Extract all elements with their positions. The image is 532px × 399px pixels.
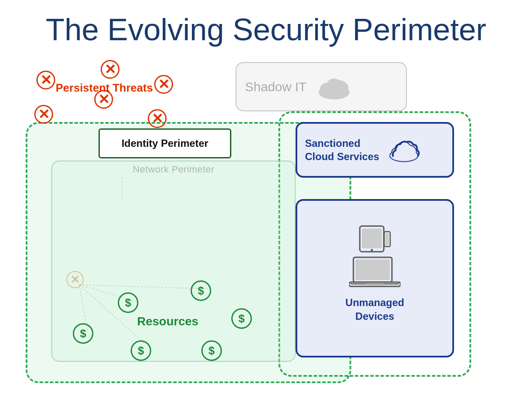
diagram-area: Network Perimeter Identity Perimeter Sha… <box>13 58 519 390</box>
shadow-it-label: Shadow IT <box>245 80 306 94</box>
resource-icon-4: $ <box>73 323 93 344</box>
cloud-gray-icon <box>315 73 353 101</box>
sanctioned-cloud-box: SanctionedCloud Services <box>296 122 454 178</box>
threat-icon-3: ✕ <box>154 75 173 94</box>
cloud-blue-icon <box>387 137 421 163</box>
resources-label: Resources <box>137 315 198 328</box>
threat-icon-2: ✕ <box>101 60 120 79</box>
faded-threat-icon: ✕ <box>66 271 84 288</box>
persistent-threats-label: Persistent Threats <box>56 81 153 95</box>
resource-icon-1: $ <box>118 292 138 313</box>
svg-rect-23 <box>356 259 390 280</box>
svg-point-8 <box>326 79 342 92</box>
network-perimeter-label: Network Perimeter <box>133 164 215 175</box>
sanctioned-cloud-label: SanctionedCloud Services <box>305 137 379 163</box>
threat-icon-5: ✕ <box>148 109 167 128</box>
laptop-icon <box>349 255 400 292</box>
page-title: The Evolving Security Perimeter <box>0 0 532 47</box>
threat-icon-1: ✕ <box>36 71 55 89</box>
unmanaged-devices-label: UnmanagedDevices <box>345 296 404 322</box>
resource-icon-6: $ <box>201 340 222 361</box>
identity-perimeter-label: Identity Perimeter <box>122 137 209 149</box>
threat-icon-4: ✕ <box>34 105 53 124</box>
devices-stack <box>349 225 400 292</box>
identity-perimeter-box: Identity Perimeter <box>99 128 231 158</box>
svg-rect-21 <box>386 233 389 245</box>
tablet-small-icon <box>358 225 392 253</box>
svg-rect-18 <box>362 229 382 248</box>
shadow-it-box: Shadow IT <box>236 62 407 111</box>
resource-icon-5: $ <box>131 340 151 361</box>
resource-icon-3: $ <box>231 308 252 329</box>
svg-rect-26 <box>366 283 383 285</box>
svg-point-19 <box>371 249 373 251</box>
resource-icon-2: $ <box>191 280 211 301</box>
unmanaged-devices-box: UnmanagedDevices <box>296 199 454 357</box>
